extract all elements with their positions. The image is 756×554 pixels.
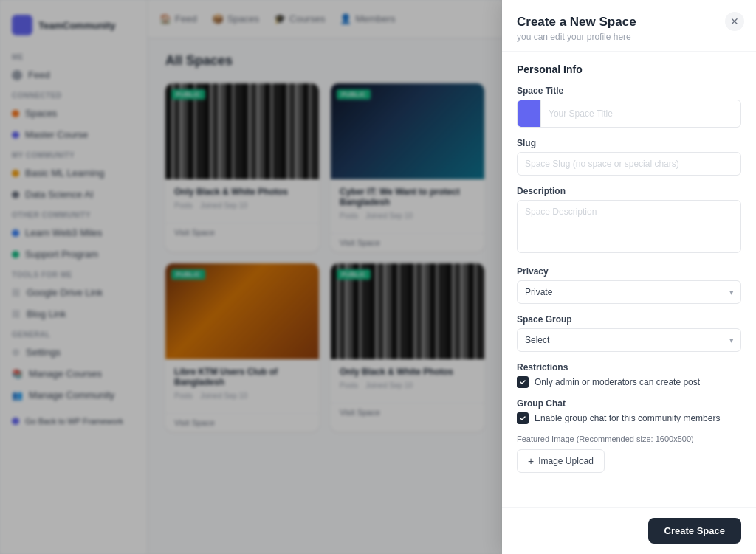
description-textarea[interactable] (517, 200, 741, 253)
featured-image-group: Featured Image (Recommended size: 1600x5… (517, 434, 741, 473)
create-btn-label: Create Space (664, 525, 725, 536)
modal-subtitle: you can edit your profile here (517, 32, 741, 42)
slug-label: Slug (517, 138, 741, 148)
space-group-select[interactable]: Select (517, 328, 741, 352)
upload-btn-label: Image Upload (538, 456, 594, 466)
create-space-button[interactable]: Create Space (648, 518, 741, 544)
create-space-modal: Create a New Space you can edit your pro… (502, 0, 756, 554)
modal-title: Create a New Space (517, 15, 741, 30)
slug-group: Slug (517, 138, 741, 176)
featured-image-label: Featured Image (Recommended size: 1600x5… (517, 434, 741, 443)
plus-icon: + (528, 455, 534, 467)
space-title-group: Space Title (517, 86, 741, 128)
space-title-input[interactable] (541, 103, 740, 125)
description-group: Description (517, 186, 741, 256)
color-swatch[interactable] (518, 100, 541, 127)
restrictions-checkbox[interactable] (517, 376, 529, 388)
privacy-label: Privacy (517, 266, 741, 277)
restrictions-checkbox-group: Only admin or moderators can create post (517, 376, 741, 388)
modal-overlay (0, 0, 502, 554)
description-label: Description (517, 186, 741, 196)
modal-footer: Create Space (502, 507, 756, 554)
group-chat-group: Group Chat Enable group chat for this co… (517, 398, 741, 424)
group-chat-checkbox-group: Enable group chat for this community mem… (517, 412, 741, 424)
space-group-group: Space Group Select ▾ (517, 314, 741, 352)
modal-body: Personal Info Space Title Slug Descripti… (502, 52, 756, 507)
group-chat-checkbox[interactable] (517, 412, 529, 424)
privacy-select-wrapper: Private Public ▾ (517, 280, 741, 304)
restrictions-checkbox-label: Only admin or moderators can create post (535, 377, 700, 387)
space-title-label: Space Title (517, 86, 741, 96)
slug-input[interactable] (517, 152, 741, 176)
image-upload-button[interactable]: + Image Upload (517, 449, 605, 473)
modal-header: Create a New Space you can edit your pro… (502, 0, 756, 52)
group-chat-checkbox-label: Enable group chat for this community mem… (535, 413, 720, 423)
modal-close-button[interactable]: ✕ (725, 12, 744, 31)
space-group-label: Space Group (517, 314, 741, 325)
restrictions-group: Restrictions Only admin or moderators ca… (517, 362, 741, 388)
privacy-group: Privacy Private Public ▾ (517, 266, 741, 304)
personal-info-section-title: Personal Info (517, 63, 741, 75)
space-title-input-wrapper (517, 100, 741, 128)
group-chat-label: Group Chat (517, 398, 741, 409)
space-group-select-wrapper: Select ▾ (517, 328, 741, 352)
privacy-select[interactable]: Private Public (517, 280, 741, 304)
restrictions-label: Restrictions (517, 362, 741, 373)
